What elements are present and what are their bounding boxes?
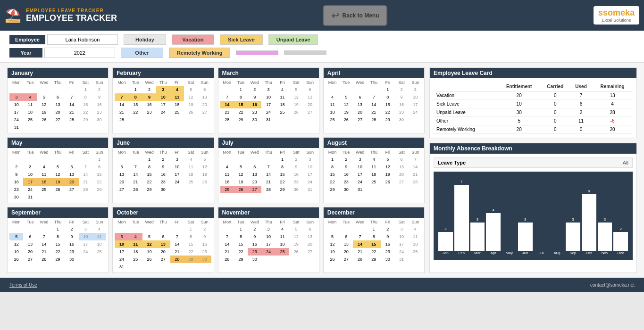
cal-day: 29 — [184, 256, 198, 263]
unpaid-leave-badge[interactable]: Unpaid Leave — [268, 34, 318, 45]
gray-badge[interactable] — [284, 50, 326, 55]
remote-badge[interactable]: Remotely Working — [169, 48, 230, 58]
cal-empty — [37, 86, 51, 93]
cal-day: 8 — [326, 163, 339, 171]
cal-day: 19 — [326, 248, 339, 256]
col-entitlement: Entitlement — [498, 82, 541, 91]
cal-day: 19 — [381, 171, 394, 178]
cal-day: 28 — [261, 186, 275, 193]
cal-day: 23 — [9, 186, 23, 193]
cal-day: 24 — [170, 178, 184, 186]
cal-empty — [156, 225, 170, 233]
sick-leave-badge[interactable]: Sick Leave — [220, 34, 263, 45]
used-cell: 11 — [570, 117, 592, 125]
cal-day: 3 — [156, 86, 170, 93]
cal-day: 11 — [409, 233, 422, 240]
back-to-menu-button[interactable]: ↩ Back to Menu — [323, 5, 387, 26]
remaining-cell: 13 — [592, 91, 633, 100]
cal-day: 19 — [184, 101, 198, 108]
cal-day: 15 — [276, 171, 289, 178]
bar-rect — [518, 223, 533, 251]
cal-day: 23 — [339, 178, 353, 186]
cal-day: 26 — [339, 116, 353, 124]
cal-day: 13 — [115, 171, 128, 178]
cal-day: 5 — [142, 233, 156, 240]
cal-day: 17 — [156, 101, 170, 108]
cal-day: 8 — [184, 233, 198, 240]
bar-rect — [438, 232, 453, 251]
cal-day: 31 — [261, 116, 275, 124]
cal-day: 31 — [9, 124, 23, 131]
cal-day: 21 — [367, 108, 381, 116]
cal-day: 20 — [115, 178, 128, 186]
cal-day: 17 — [9, 108, 23, 116]
cal-day: 3 — [115, 233, 128, 240]
cal-day: 5 — [234, 163, 248, 171]
cal-day: 17 — [261, 240, 275, 248]
cal-day: 16 — [289, 171, 303, 178]
cal-day: 23 — [198, 248, 211, 256]
cal-day: 5 — [381, 156, 394, 163]
bar-group-aug — [550, 175, 564, 251]
cal-day: 9 — [381, 233, 394, 240]
cal-day: 9 — [9, 171, 23, 178]
cal-day: 22 — [234, 248, 248, 256]
cal-day: 16 — [339, 171, 353, 178]
cal-day: 20 — [353, 108, 367, 116]
remaining-cell: 20 — [592, 125, 633, 134]
employee-value[interactable]: Laila Robinson — [47, 34, 118, 45]
leave-type-label: Leave Type — [438, 160, 466, 165]
cal-day: 28 — [353, 256, 367, 263]
app-subtitle: EMPLOYEE LEAVE TRACKER — [26, 8, 117, 13]
vacation-badge[interactable]: Vacation — [172, 34, 214, 45]
cal-day: 10 — [115, 240, 128, 248]
umbrella-icon: ⛱️ — [5, 8, 21, 23]
year-value[interactable]: 2022 — [44, 48, 115, 58]
cal-day: 17 — [303, 171, 317, 178]
holiday-badge[interactable]: Holiday — [124, 34, 166, 45]
cal-empty — [220, 86, 234, 93]
cal-empty — [115, 86, 128, 93]
terms-of-use-link[interactable]: Terms of Use — [9, 282, 37, 288]
entitlement-cell: 30 — [498, 108, 541, 117]
cal-day: 2 — [248, 86, 261, 93]
other-badge[interactable]: Other — [121, 48, 163, 58]
cal-day: 23 — [248, 108, 261, 116]
cal-day: 2 — [92, 86, 106, 93]
carried-cell: 0 — [541, 100, 570, 108]
cal-day: 19 — [37, 108, 51, 116]
entitlement-cell: 10 — [498, 100, 541, 108]
cal-day: 14 — [37, 240, 51, 248]
cal-day: 24 — [261, 108, 275, 116]
right-panel: Employee Leave Card Entitlement Carried … — [429, 67, 637, 273]
cal-day: 14 — [65, 101, 78, 108]
cal-header-march: March — [218, 68, 319, 78]
cal-day: 8 — [92, 163, 106, 171]
purple-badge[interactable] — [236, 50, 278, 55]
cal-day: 16 — [248, 101, 261, 108]
cal-day: 30 — [65, 256, 78, 263]
calendar-december: DecemberMonTueWedThuFriSatSun12345678910… — [323, 207, 425, 273]
cal-day: 18 — [184, 171, 198, 178]
cal-day: 27 — [248, 186, 261, 193]
cal-day: 2 — [248, 225, 261, 233]
cal-day: 24 — [394, 248, 408, 256]
cal-header-august: August — [324, 138, 424, 148]
cal-day: 29 — [51, 256, 65, 263]
cal-day: 14 — [409, 163, 422, 171]
cal-day: 14 — [220, 240, 234, 248]
cal-day: 7 — [115, 93, 128, 101]
cal-day: 28 — [129, 186, 142, 193]
cal-day: 6 — [198, 86, 211, 93]
cal-day: 6 — [353, 93, 367, 101]
cal-day: 12 — [289, 233, 303, 240]
cal-empty — [9, 156, 23, 163]
bar-month-label: Jan — [438, 251, 453, 257]
cal-day: 14 — [261, 171, 275, 178]
cal-day: 11 — [129, 240, 142, 248]
cal-day: 31 — [394, 256, 408, 263]
cal-day: 31 — [303, 186, 317, 193]
cal-day: 29 — [234, 256, 248, 263]
bar-group-mar: 3 — [470, 175, 485, 251]
bar-group-apr: 4 — [486, 175, 501, 251]
